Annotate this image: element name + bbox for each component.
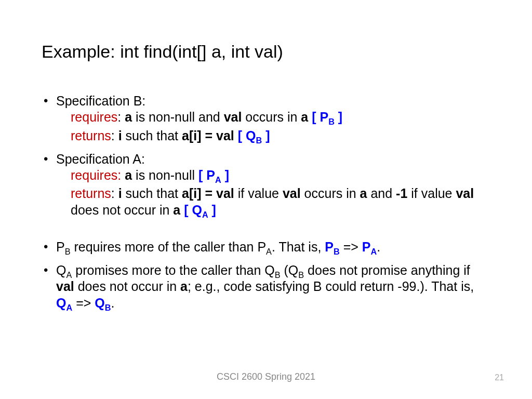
slide: Example: int find(int[] a, int val) Spec… — [0, 0, 532, 399]
claim-qa-qb: QA promises more to the caller than QB (… — [42, 262, 490, 311]
spec-a-item: Specification A: requires: a is non-null… — [42, 151, 490, 218]
slide-body: Specification B: requires: a is non-null… — [42, 93, 490, 311]
spec-b-returns: returns: i such that a[i] = val [ QB ] — [56, 128, 490, 144]
claim-pb-pa: PB requires more of the caller than PA. … — [42, 239, 490, 255]
spec-a-requires: requires: a is non-null [ PA ] — [56, 167, 490, 183]
spec-b-requires: requires: a is non-null and val occurs i… — [56, 109, 490, 125]
footer-course: CSCI 2600 Spring 2021 — [0, 371, 532, 382]
slide-title: Example: int find(int[] a, int val) — [42, 42, 490, 62]
spec-a-returns: returns: i such that a[i] = val if value… — [56, 185, 490, 218]
spec-b-heading: Specification B: — [56, 93, 490, 109]
spec-a-heading: Specification A: — [56, 151, 490, 167]
spec-b-item: Specification B: requires: a is non-null… — [42, 93, 490, 144]
page-number: 21 — [495, 373, 504, 382]
